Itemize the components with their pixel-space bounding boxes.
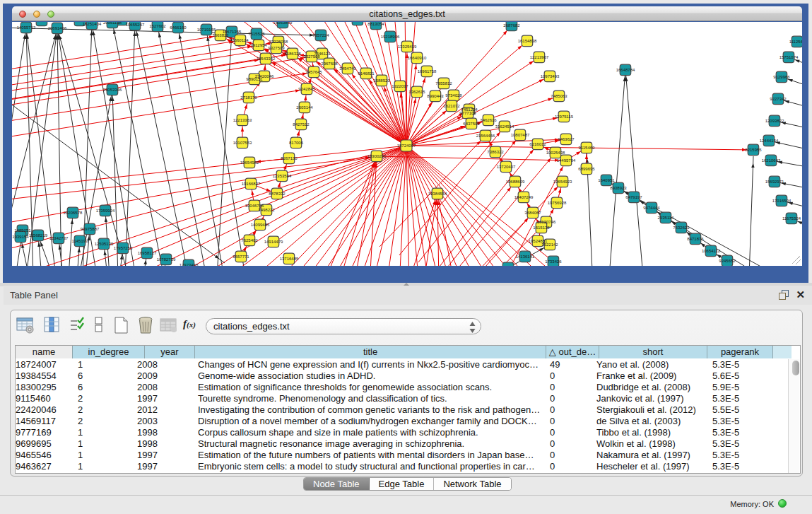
svg-text:16053809: 16053809 bbox=[273, 22, 293, 25]
svg-text:19384554: 19384554 bbox=[428, 192, 447, 196]
svg-text:19654982: 19654982 bbox=[240, 160, 259, 165]
svg-text:1860431: 1860431 bbox=[33, 22, 50, 23]
svg-text:6216012: 6216012 bbox=[529, 142, 546, 146]
svg-text:12093822: 12093822 bbox=[765, 119, 784, 123]
svg-text:12444154: 12444154 bbox=[760, 139, 779, 143]
svg-text:12923468: 12923468 bbox=[180, 263, 199, 266]
svg-text:8471876: 8471876 bbox=[687, 237, 704, 241]
svg-text:7485063: 7485063 bbox=[551, 94, 567, 98]
svg-text:12342737: 12342737 bbox=[49, 236, 69, 240]
svg-text:18300295: 18300295 bbox=[367, 154, 387, 158]
svg-text:29053346: 29053346 bbox=[103, 88, 122, 92]
svg-text:14914479: 14914479 bbox=[264, 240, 283, 244]
svg-text:10782759: 10782759 bbox=[157, 257, 176, 262]
svg-text:8267130: 8267130 bbox=[281, 156, 298, 160]
svg-text:1527602: 1527602 bbox=[149, 24, 166, 28]
svg-text:2603144: 2603144 bbox=[296, 105, 313, 110]
svg-text:10107553: 10107553 bbox=[233, 141, 252, 145]
svg-text:16958127: 16958127 bbox=[138, 251, 157, 255]
svg-text:21564456: 21564456 bbox=[476, 134, 495, 138]
svg-text:13720407: 13720407 bbox=[497, 165, 516, 169]
svg-text:9657771: 9657771 bbox=[233, 255, 249, 259]
svg-text:3498222: 3498222 bbox=[258, 208, 275, 212]
svg-text:7386322: 7386322 bbox=[487, 150, 504, 154]
svg-text:9146821: 9146821 bbox=[358, 71, 375, 76]
svg-text:13654923: 13654923 bbox=[553, 180, 572, 184]
svg-text:16251404: 16251404 bbox=[83, 22, 102, 26]
svg-text:18407249: 18407249 bbox=[514, 195, 534, 199]
svg-text:15692971: 15692971 bbox=[765, 180, 784, 184]
svg-text:9227342: 9227342 bbox=[770, 97, 787, 101]
svg-text:11568219: 11568219 bbox=[29, 233, 48, 238]
svg-text:1640951: 1640951 bbox=[598, 178, 615, 182]
svg-text:13716485: 13716485 bbox=[280, 257, 299, 261]
svg-text:1112546: 1112546 bbox=[789, 40, 802, 44]
svg-text:8990443: 8990443 bbox=[427, 94, 444, 98]
svg-text:9327509: 9327509 bbox=[268, 46, 285, 50]
svg-text:20206578: 20206578 bbox=[64, 211, 83, 215]
svg-text:1588520: 1588520 bbox=[373, 78, 390, 83]
svg-text:10025438: 10025438 bbox=[546, 151, 565, 155]
svg-text:13325419: 13325419 bbox=[398, 45, 417, 49]
svg-text:7546121: 7546121 bbox=[314, 52, 331, 56]
svg-text:16120746: 16120746 bbox=[537, 220, 556, 224]
svg-text:31624514: 31624514 bbox=[495, 124, 514, 129]
svg-text:12975115: 12975115 bbox=[555, 115, 574, 119]
svg-text:10973493: 10973493 bbox=[541, 74, 560, 78]
svg-text:12353594: 12353594 bbox=[273, 174, 292, 178]
svg-text:817006: 817006 bbox=[289, 141, 304, 145]
svg-text:7625402: 7625402 bbox=[241, 238, 258, 243]
svg-text:1362615: 1362615 bbox=[408, 90, 425, 94]
svg-text:12505135: 12505135 bbox=[95, 242, 114, 246]
svg-text:9890151: 9890151 bbox=[246, 77, 263, 81]
svg-text:14136141: 14136141 bbox=[516, 255, 535, 259]
svg-text:7632621: 7632621 bbox=[673, 226, 690, 230]
svg-text:16648784: 16648784 bbox=[616, 68, 635, 72]
svg-text:14495794: 14495794 bbox=[557, 158, 576, 163]
svg-text:6437505: 6437505 bbox=[463, 122, 480, 126]
svg-text:20951138: 20951138 bbox=[103, 22, 122, 25]
svg-text:1733426: 1733426 bbox=[545, 259, 562, 264]
svg-text:7515525: 7515525 bbox=[248, 32, 265, 36]
svg-text:16961758: 16961758 bbox=[418, 69, 437, 74]
svg-text:3912954: 3912954 bbox=[250, 43, 267, 47]
svg-text:2935114: 2935114 bbox=[658, 216, 675, 220]
svg-text:6466160: 6466160 bbox=[170, 25, 187, 30]
svg-text:8813054: 8813054 bbox=[367, 22, 384, 26]
svg-text:9777109: 9777109 bbox=[459, 111, 476, 115]
svg-text:9245652: 9245652 bbox=[719, 259, 736, 263]
svg-text:8660124: 8660124 bbox=[232, 38, 249, 42]
svg-text:7663822: 7663822 bbox=[212, 33, 229, 37]
svg-text:6899695: 6899695 bbox=[578, 167, 595, 171]
svg-text:14099485: 14099485 bbox=[251, 223, 270, 227]
svg-text:8878332: 8878332 bbox=[269, 192, 286, 196]
svg-text:23226058: 23226058 bbox=[269, 40, 288, 44]
svg-text:20691406: 20691406 bbox=[48, 26, 67, 30]
svg-text:2718170: 2718170 bbox=[240, 95, 257, 100]
svg-text:10807487: 10807487 bbox=[511, 133, 530, 137]
svg-text:10688609: 10688609 bbox=[506, 180, 525, 184]
svg-text:18724007: 18724007 bbox=[397, 144, 416, 148]
svg-text:8938923: 8938923 bbox=[610, 186, 627, 190]
svg-text:1621072: 1621072 bbox=[443, 104, 460, 108]
svg-text:3454749: 3454749 bbox=[339, 66, 356, 71]
svg-text:3522142: 3522142 bbox=[541, 243, 558, 247]
svg-text:1615132: 1615132 bbox=[533, 226, 550, 230]
svg-text:17957255: 17957255 bbox=[114, 246, 133, 250]
svg-text:7357224: 7357224 bbox=[312, 33, 329, 37]
svg-text:16640910: 16640910 bbox=[408, 56, 427, 60]
svg-text:10655267: 10655267 bbox=[126, 23, 145, 27]
svg-text:8215955: 8215955 bbox=[745, 148, 762, 152]
svg-text:1322037: 1322037 bbox=[392, 84, 408, 88]
svg-text:15751074: 15751074 bbox=[779, 55, 799, 59]
svg-text:19166827: 19166827 bbox=[242, 182, 261, 186]
svg-text:19218906: 19218906 bbox=[381, 35, 400, 39]
svg-text:10719155: 10719155 bbox=[197, 28, 216, 32]
svg-text:3457645: 3457645 bbox=[305, 70, 322, 74]
svg-text:14055712: 14055712 bbox=[17, 25, 36, 30]
svg-text:12213967: 12213967 bbox=[530, 55, 549, 59]
svg-text:2967608: 2967608 bbox=[321, 62, 338, 66]
svg-text:16154838: 16154838 bbox=[518, 39, 537, 43]
svg-text:6479197: 6479197 bbox=[625, 195, 642, 199]
svg-text:8427512: 8427512 bbox=[293, 122, 310, 127]
